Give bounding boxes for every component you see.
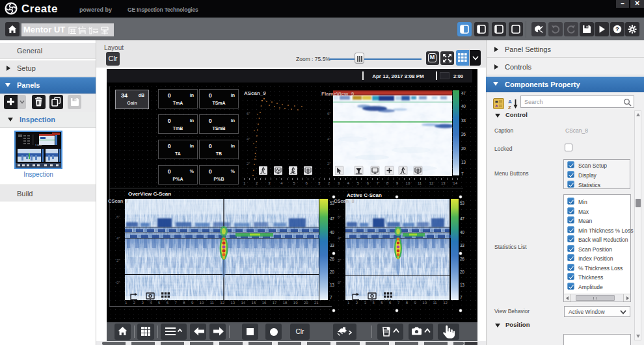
svg-text:Z: Z <box>508 105 511 110</box>
svg-text:?: ? <box>615 25 619 32</box>
svg-text:1 800: 1 800 <box>35 144 42 147</box>
